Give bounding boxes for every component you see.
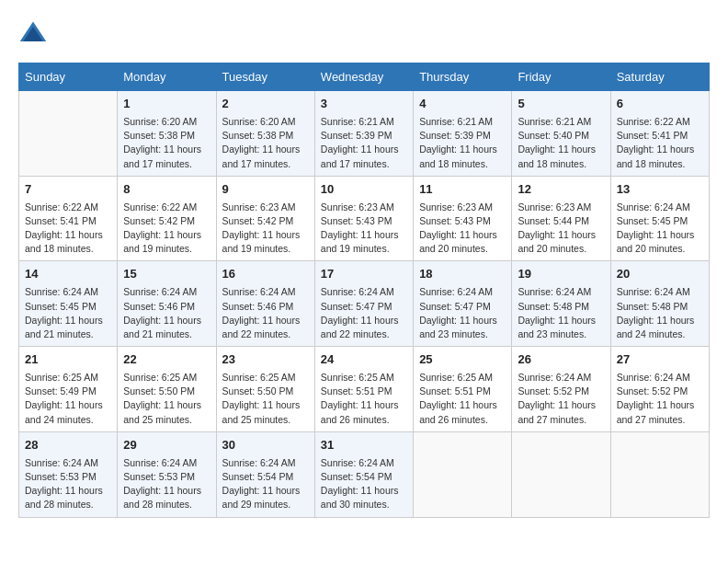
- sunset-text: Sunset: 5:45 PM: [617, 215, 688, 226]
- sunrise-text: Sunrise: 6:22 AM: [123, 201, 197, 213]
- sunrise-text: Sunrise: 6:22 AM: [25, 201, 98, 213]
- weekday-header: Thursday: [414, 63, 512, 91]
- day-number: 2: [222, 96, 309, 113]
- calendar-cell: [414, 431, 512, 517]
- sunset-text: Sunset: 5:45 PM: [25, 301, 97, 312]
- calendar-cell: 9 Sunrise: 6:23 AM Sunset: 5:42 PM Dayli…: [216, 176, 314, 261]
- calendar-cell: 22 Sunrise: 6:25 AM Sunset: 5:50 PM Dayl…: [118, 347, 216, 432]
- daylight-text: Daylight: 11 hours and 30 minutes.: [321, 485, 399, 510]
- day-number: 25: [419, 351, 506, 369]
- calendar-cell: 6 Sunrise: 6:22 AM Sunset: 5:41 PM Dayli…: [610, 91, 709, 177]
- sunset-text: Sunset: 5:54 PM: [321, 471, 392, 482]
- daylight-text: Daylight: 11 hours and 28 minutes.: [25, 485, 103, 510]
- daylight-text: Daylight: 11 hours and 23 minutes.: [419, 315, 497, 339]
- sunrise-text: Sunrise: 6:24 AM: [617, 372, 690, 383]
- calendar-cell: 2 Sunrise: 6:20 AM Sunset: 5:38 PM Dayli…: [216, 91, 314, 177]
- daylight-text: Daylight: 11 hours and 19 minutes.: [222, 229, 301, 254]
- daylight-text: Daylight: 11 hours and 22 minutes.: [321, 315, 399, 339]
- day-number: 20: [617, 266, 703, 283]
- calendar-cell: 15 Sunrise: 6:24 AM Sunset: 5:46 PM Dayl…: [118, 261, 216, 347]
- day-number: 9: [222, 181, 309, 199]
- calendar-cell: 14 Sunrise: 6:24 AM Sunset: 5:45 PM Dayl…: [19, 261, 118, 347]
- day-number: 11: [419, 181, 506, 199]
- sunrise-text: Sunrise: 6:23 AM: [518, 201, 591, 213]
- calendar-cell: 5 Sunrise: 6:21 AM Sunset: 5:40 PM Dayli…: [512, 91, 610, 177]
- sunset-text: Sunset: 5:41 PM: [25, 215, 97, 226]
- calendar-cell: 20 Sunrise: 6:24 AM Sunset: 5:48 PM Dayl…: [610, 261, 709, 347]
- daylight-text: Daylight: 11 hours and 24 minutes.: [617, 315, 695, 339]
- calendar-cell: [610, 431, 709, 517]
- day-number: 1: [123, 96, 210, 113]
- calendar-cell: [19, 91, 118, 177]
- weekday-header: Monday: [118, 63, 216, 91]
- sunset-text: Sunset: 5:53 PM: [123, 471, 195, 482]
- calendar-cell: 24 Sunrise: 6:25 AM Sunset: 5:51 PM Dayl…: [314, 347, 413, 432]
- day-number: 27: [617, 351, 703, 369]
- calendar-cell: 7 Sunrise: 6:22 AM Sunset: 5:41 PM Dayli…: [19, 176, 118, 261]
- daylight-text: Daylight: 11 hours and 23 minutes.: [518, 315, 596, 339]
- sunset-text: Sunset: 5:43 PM: [321, 215, 392, 226]
- calendar-cell: 19 Sunrise: 6:24 AM Sunset: 5:48 PM Dayl…: [512, 261, 610, 347]
- day-number: 3: [321, 96, 407, 113]
- daylight-text: Daylight: 11 hours and 18 minutes.: [25, 229, 103, 254]
- calendar-cell: 1 Sunrise: 6:20 AM Sunset: 5:38 PM Dayli…: [118, 91, 216, 177]
- daylight-text: Daylight: 11 hours and 22 minutes.: [222, 315, 301, 339]
- day-number: 12: [518, 181, 604, 199]
- daylight-text: Daylight: 11 hours and 29 minutes.: [222, 485, 301, 510]
- calendar-cell: 13 Sunrise: 6:24 AM Sunset: 5:45 PM Dayl…: [610, 176, 709, 261]
- calendar-week-row: 21 Sunrise: 6:25 AM Sunset: 5:49 PM Dayl…: [19, 347, 710, 432]
- calendar-cell: 27 Sunrise: 6:24 AM Sunset: 5:52 PM Dayl…: [610, 347, 709, 432]
- daylight-text: Daylight: 11 hours and 20 minutes.: [419, 229, 497, 254]
- sunrise-text: Sunrise: 6:24 AM: [123, 457, 197, 468]
- sunrise-text: Sunrise: 6:25 AM: [123, 372, 197, 383]
- weekday-header: Wednesday: [314, 63, 413, 91]
- sunrise-text: Sunrise: 6:21 AM: [518, 116, 591, 127]
- sunset-text: Sunset: 5:51 PM: [419, 385, 491, 396]
- day-number: 10: [321, 181, 407, 199]
- calendar-cell: 30 Sunrise: 6:24 AM Sunset: 5:54 PM Dayl…: [216, 431, 314, 517]
- day-number: 22: [123, 351, 210, 369]
- daylight-text: Daylight: 11 hours and 20 minutes.: [617, 229, 695, 254]
- sunrise-text: Sunrise: 6:24 AM: [518, 286, 591, 297]
- sunrise-text: Sunrise: 6:20 AM: [123, 116, 197, 127]
- daylight-text: Daylight: 11 hours and 19 minutes.: [123, 229, 201, 254]
- sunrise-text: Sunrise: 6:23 AM: [222, 201, 296, 213]
- sunset-text: Sunset: 5:44 PM: [518, 215, 589, 226]
- day-number: 5: [518, 96, 604, 113]
- daylight-text: Daylight: 11 hours and 28 minutes.: [123, 485, 201, 510]
- sunrise-text: Sunrise: 6:24 AM: [617, 286, 690, 297]
- day-number: 8: [123, 181, 210, 199]
- day-number: 14: [25, 266, 111, 283]
- calendar-cell: 25 Sunrise: 6:25 AM Sunset: 5:51 PM Dayl…: [414, 347, 512, 432]
- sunset-text: Sunset: 5:49 PM: [25, 385, 97, 396]
- sunset-text: Sunset: 5:48 PM: [617, 301, 688, 312]
- day-number: 6: [617, 96, 703, 113]
- weekday-header: Friday: [512, 63, 610, 91]
- calendar-cell: 16 Sunrise: 6:24 AM Sunset: 5:46 PM Dayl…: [216, 261, 314, 347]
- weekday-header: Saturday: [610, 63, 709, 91]
- sunset-text: Sunset: 5:51 PM: [321, 385, 392, 396]
- calendar-cell: 17 Sunrise: 6:24 AM Sunset: 5:47 PM Dayl…: [314, 261, 413, 347]
- calendar-cell: 28 Sunrise: 6:24 AM Sunset: 5:53 PM Dayl…: [19, 431, 118, 517]
- sunset-text: Sunset: 5:53 PM: [25, 471, 97, 482]
- day-number: 17: [321, 266, 407, 283]
- sunrise-text: Sunrise: 6:24 AM: [123, 286, 197, 297]
- calendar-table: SundayMondayTuesdayWednesdayThursdayFrid…: [18, 63, 710, 518]
- sunrise-text: Sunrise: 6:24 AM: [25, 286, 98, 297]
- day-number: 18: [419, 266, 506, 283]
- day-number: 13: [617, 181, 703, 199]
- daylight-text: Daylight: 11 hours and 18 minutes.: [518, 144, 596, 168]
- calendar-week-row: 14 Sunrise: 6:24 AM Sunset: 5:45 PM Dayl…: [19, 261, 710, 347]
- daylight-text: Daylight: 11 hours and 19 minutes.: [321, 229, 399, 254]
- sunrise-text: Sunrise: 6:25 AM: [222, 372, 296, 383]
- sunrise-text: Sunrise: 6:24 AM: [321, 457, 394, 468]
- daylight-text: Daylight: 11 hours and 18 minutes.: [419, 144, 497, 168]
- daylight-text: Daylight: 11 hours and 21 minutes.: [25, 315, 103, 339]
- calendar-week-row: 1 Sunrise: 6:20 AM Sunset: 5:38 PM Dayli…: [19, 91, 710, 177]
- daylight-text: Daylight: 11 hours and 27 minutes.: [617, 399, 695, 424]
- sunrise-text: Sunrise: 6:23 AM: [419, 201, 493, 213]
- sunrise-text: Sunrise: 6:20 AM: [222, 116, 296, 127]
- sunset-text: Sunset: 5:39 PM: [321, 130, 392, 141]
- daylight-text: Daylight: 11 hours and 20 minutes.: [518, 229, 596, 254]
- sunrise-text: Sunrise: 6:24 AM: [419, 286, 493, 297]
